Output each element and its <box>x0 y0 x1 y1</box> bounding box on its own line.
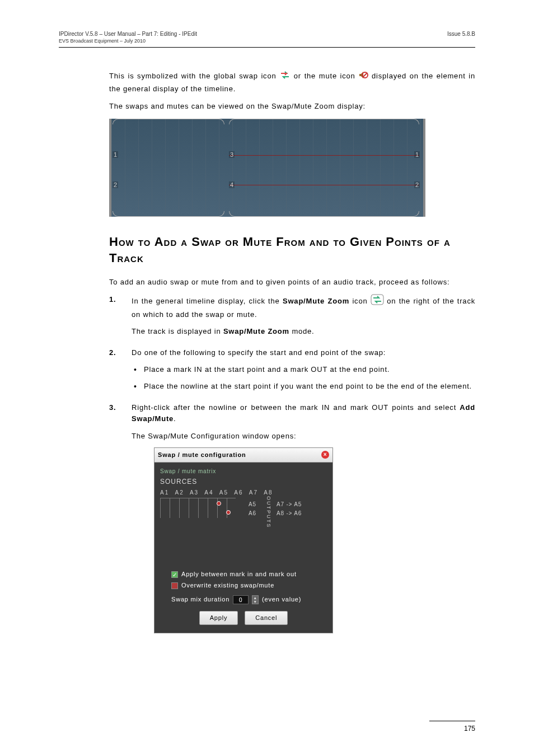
intro-1b: or the mute icon <box>294 72 359 80</box>
section-intro: To add an audio swap or mute from and to… <box>109 277 475 288</box>
apply-between-marks-label: Apply between mark in and mark out <box>181 570 297 579</box>
overwrite-existing-label: Overwrite existing swap/mute <box>181 581 274 590</box>
mute-icon <box>358 71 368 83</box>
close-icon[interactable]: × <box>321 451 329 459</box>
step2-bullet-2: Place the nowline at the start point if … <box>132 381 475 392</box>
swap-mix-duration-spinner[interactable]: ▲▼ <box>252 595 259 604</box>
step1-sub-b: mode. <box>292 327 314 335</box>
svg-rect-3 <box>371 295 383 305</box>
step3-sub: The Swap/Mute Configuration window opens… <box>132 431 475 442</box>
matrix-out1-left: A5 <box>249 500 256 509</box>
header-right: Issue 5.8.B <box>447 31 475 37</box>
step1-b: icon <box>352 297 370 305</box>
step-3: Right-click after the nowline or between… <box>109 402 475 633</box>
swap-mix-duration-input[interactable]: 0 <box>233 595 249 604</box>
footer-rule <box>429 721 475 721</box>
matrix-out2-right: A8 -> A6 <box>277 509 302 518</box>
sources-label: SOURCES <box>160 477 327 487</box>
svg-line-2 <box>363 73 367 77</box>
tl-label-4: 4 <box>229 181 235 188</box>
step-2: Do one of the following to specify the s… <box>109 347 475 392</box>
matrix-out1-right: A7 -> A5 <box>277 500 302 509</box>
dialog-title: Swap / mute configuration <box>158 450 246 460</box>
step2-text: Do one of the following to specify the s… <box>132 348 386 357</box>
step1-bold: Swap/Mute Zoom <box>283 297 349 305</box>
swap-icon <box>279 70 291 83</box>
tl-label-1-left: 1 <box>113 151 118 158</box>
swap-matrix[interactable]: A5 A6 OUTPUTS A7 -> A5 A8 -> A6 <box>160 498 327 559</box>
swap-mute-config-dialog: Swap / mute configuration × Swap / mute … <box>154 447 333 634</box>
tl-label-2-left: 2 <box>113 181 118 188</box>
step1-sub-a: The track is displayed in <box>132 327 223 335</box>
swap-mix-duration-label: Swap mix duration <box>171 595 229 604</box>
tl-label-1-right: 1 <box>414 151 420 158</box>
tl-label-2-right: 2 <box>414 181 420 188</box>
swap-mix-duration-hint: (even value) <box>262 595 301 604</box>
swap-mute-zoom-screenshot: 1 2 3 4 1 2 <box>109 119 425 217</box>
step1-sub-bold: Swap/Mute Zoom <box>223 327 289 335</box>
step1-a: In the general timeline display, click t… <box>132 297 283 305</box>
intro-paragraph-2: The swaps and mutes can be viewed on the… <box>109 101 475 112</box>
apply-button[interactable]: Apply <box>199 611 238 625</box>
header-left: IPDirector V.5.8 – User Manual – Part 7:… <box>59 31 197 37</box>
header-sub: EVS Broadcast Equipment – July 2010 <box>59 38 475 44</box>
step2-bullet-1: Place a mark IN at the start point and a… <box>132 364 475 375</box>
header-rule <box>59 47 475 48</box>
page-number: 175 <box>464 725 475 732</box>
step3-b: . <box>174 414 176 423</box>
step3-a: Right-click after the nowline or between… <box>132 403 460 412</box>
source-headers: A1 A2 A3 A4 A5 A6 A7 A8 <box>160 488 327 497</box>
intro-paragraph-1: This is symbolized with the global swap … <box>109 70 475 94</box>
fieldset-label: Swap / mute matrix <box>160 467 327 476</box>
overwrite-existing-checkbox[interactable] <box>171 582 178 589</box>
matrix-out2-left: A6 <box>249 509 256 518</box>
step-1: In the general timeline display, click t… <box>109 294 475 337</box>
outputs-label: OUTPUTS <box>264 497 272 527</box>
section-title: How to Add a Swap or Mute From and to Gi… <box>109 234 475 267</box>
cancel-button[interactable]: Cancel <box>245 611 288 625</box>
apply-between-marks-checkbox[interactable] <box>171 571 178 578</box>
tl-label-3: 3 <box>229 151 235 158</box>
intro-1a: This is symbolized with the global swap … <box>109 72 279 80</box>
swap-mute-zoom-icon <box>371 294 384 309</box>
